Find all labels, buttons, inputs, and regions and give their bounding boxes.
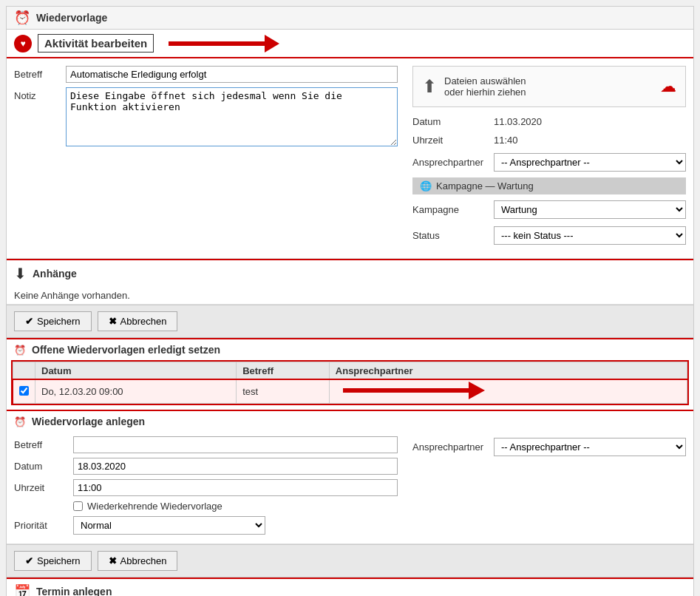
checkmark-icon-1: ✔ bbox=[25, 316, 33, 327]
anhaenge-header: ⬇ Anhänge bbox=[7, 260, 693, 287]
table-row: Do, 12.03.20 09:00 test bbox=[13, 380, 687, 404]
termin-header: 📅 Termin anlegen bbox=[7, 579, 693, 596]
btn-row-2: ✔ Speichern ✖ Abbrechen bbox=[7, 544, 693, 578]
ow-section: ⏰ Offene Wiedervorlagen erledigt setzen … bbox=[7, 338, 693, 405]
ow-col-checkbox bbox=[13, 362, 35, 380]
datum-label: Datum bbox=[412, 116, 494, 127]
betreff-label: Betreff bbox=[14, 66, 66, 80]
ow-table-wrapper: Datum Betreff Ansprechpartner Do, 12.03.… bbox=[11, 360, 689, 405]
cancel-button-2[interactable]: ✖ Abbrechen bbox=[98, 551, 178, 571]
uhrzeit-value: 11:40 bbox=[494, 135, 686, 146]
termin-section: 📅 Termin anlegen Termin mit Wiedervorlag… bbox=[7, 578, 693, 596]
anhaenge-section: ⬇ Anhänge Keine Anhänge vorhanden. bbox=[7, 259, 693, 305]
status-row: Status --- kein Status --- bbox=[412, 225, 686, 246]
notiz-input-wrap: Diese Eingabe öffnet sich jedesmal wenn … bbox=[66, 87, 398, 149]
uhrzeit-label: Uhrzeit bbox=[412, 135, 494, 146]
kampagne-select-wrap: Wartung bbox=[494, 200, 686, 219]
wa-datum-label: Datum bbox=[14, 461, 73, 472]
status-select[interactable]: --- kein Status --- bbox=[494, 226, 686, 245]
ansprechpartner-select[interactable]: -- Ansprechpartner -- bbox=[494, 153, 686, 172]
betreff-input[interactable] bbox=[66, 66, 398, 83]
cancel-label-1: Abbrechen bbox=[120, 316, 167, 327]
wa-datum-input[interactable] bbox=[73, 458, 398, 475]
ow-col-betreff: Betreff bbox=[237, 362, 330, 380]
upload-text1: Dateien auswählen bbox=[444, 75, 526, 87]
upload-cloud-icon: ☁ bbox=[660, 77, 676, 96]
termin-title: Termin anlegen bbox=[36, 586, 112, 596]
wa-uhrzeit-input[interactable] bbox=[73, 479, 398, 496]
row-ansprechpartner bbox=[329, 380, 687, 404]
wa-left: Betreff Datum Uhrzeit bbox=[14, 436, 398, 539]
ow-col-datum: Datum bbox=[35, 362, 237, 380]
kampagne-row: Kampagne Wartung bbox=[412, 199, 686, 220]
row-datum: Do, 12.03.20 09:00 bbox=[35, 380, 237, 404]
row-betreff: test bbox=[237, 380, 330, 404]
wa-right: Ansprechpartner -- Ansprechpartner -- bbox=[412, 436, 686, 539]
upload-icon: ⬆ bbox=[422, 76, 437, 97]
wa-datum-row: Datum bbox=[14, 458, 398, 475]
wa-form: Betreff Datum Uhrzeit bbox=[7, 432, 693, 544]
ow-title: Offene Wiedervorlagen erledigt setzen bbox=[32, 344, 220, 356]
top-header-title: Wiedervorlage bbox=[36, 12, 107, 24]
row-checkbox[interactable] bbox=[19, 386, 29, 396]
anhaenge-title: Anhänge bbox=[33, 268, 77, 280]
upload-text2: oder hierhin ziehen bbox=[444, 87, 526, 98]
status-label: Status bbox=[412, 230, 494, 241]
save-button-1[interactable]: ✔ Speichern bbox=[14, 311, 92, 331]
clock-icon-wa: ⏰ bbox=[14, 416, 26, 427]
uhrzeit-row: Uhrzeit 11:40 bbox=[412, 133, 686, 147]
datum-row: Datum 11.03.2020 bbox=[412, 115, 686, 129]
wa-section: ⏰ Wiedervorlage anlegen Betreff Datum bbox=[7, 410, 693, 544]
notiz-label: Notiz bbox=[14, 87, 66, 101]
wa-ansp-select-wrap: -- Ansprechpartner -- bbox=[494, 438, 686, 456]
clock-icon-ow: ⏰ bbox=[14, 345, 26, 356]
cancel-button-1[interactable]: ✖ Abbrechen bbox=[98, 311, 178, 331]
main-container: ⏰ Wiedervorlage ♥ Aktivität bearbeiten B… bbox=[6, 6, 694, 596]
wa-betreff-row: Betreff bbox=[14, 436, 398, 453]
notiz-row: Notiz Diese Eingabe öffnet sich jedesmal… bbox=[14, 87, 398, 149]
save-label-1: Speichern bbox=[37, 316, 81, 327]
red-arrow-row bbox=[343, 383, 491, 398]
row-checkbox-cell bbox=[13, 380, 35, 404]
wa-uhrzeit-label: Uhrzeit bbox=[14, 482, 73, 493]
wa-ansp-select[interactable]: -- Ansprechpartner -- bbox=[494, 438, 686, 456]
wa-uhrzeit-input-wrap bbox=[73, 479, 398, 496]
wa-prioritaet-label: Priorität bbox=[14, 520, 73, 531]
datum-value: 11.03.2020 bbox=[494, 116, 686, 127]
wiederkehrende-checkbox[interactable] bbox=[73, 501, 83, 511]
kampagne-header-icon: 🌐 bbox=[420, 180, 432, 192]
ow-table: Datum Betreff Ansprechpartner Do, 12.03.… bbox=[13, 362, 687, 404]
save-label-2: Speichern bbox=[37, 555, 81, 566]
heart-icon: ♥ bbox=[14, 35, 32, 53]
checkmark-icon-2: ✔ bbox=[25, 555, 33, 566]
notiz-textarea[interactable]: Diese Eingabe öffnet sich jedesmal wenn … bbox=[66, 87, 398, 146]
top-header: ⏰ Wiedervorlage bbox=[7, 7, 693, 30]
wa-title: Wiedervorlage anlegen bbox=[32, 416, 145, 427]
ow-header: ⏰ Offene Wiedervorlagen erledigt setzen bbox=[7, 339, 693, 360]
kampagne-header: 🌐 Kampagne — Wartung bbox=[412, 177, 686, 194]
upload-area[interactable]: ⬆ Dateien auswählen oder hierhin ziehen … bbox=[412, 66, 686, 107]
form-area: Betreff Notiz Diese Eingabe öffnet sich … bbox=[7, 58, 693, 259]
wa-prioritaet-select[interactable]: Normal Hoch Niedrig bbox=[73, 516, 265, 535]
kampagne-label: Kampagne bbox=[412, 204, 494, 215]
status-select-wrap: --- kein Status --- bbox=[494, 226, 686, 245]
ansprechpartner-select-wrap: -- Ansprechpartner -- bbox=[494, 153, 686, 172]
save-button-2[interactable]: ✔ Speichern bbox=[14, 551, 92, 571]
wa-betreff-input-wrap bbox=[73, 436, 398, 453]
ansprechpartner-row: Ansprechpartner -- Ansprechpartner -- bbox=[412, 152, 686, 173]
wiederkehrende-label: Wiederkehrende Wiedervorlage bbox=[87, 501, 222, 512]
wa-prioritaet-row: Priorität Normal Hoch Niedrig bbox=[14, 516, 398, 535]
wa-betreff-label: Betreff bbox=[14, 439, 73, 450]
x-icon-1: ✖ bbox=[109, 316, 117, 327]
wa-ansp-label: Ansprechpartner bbox=[412, 441, 494, 453]
form-right: ⬆ Dateien auswählen oder hierhin ziehen … bbox=[412, 66, 686, 251]
wa-betreff-input[interactable] bbox=[73, 436, 398, 453]
kampagne-header-text: Kampagne — Wartung bbox=[436, 180, 534, 192]
upload-text-block: Dateien auswählen oder hierhin ziehen bbox=[444, 75, 526, 98]
wa-prioritaet-select-wrap: Normal Hoch Niedrig bbox=[73, 516, 398, 535]
x-icon-2: ✖ bbox=[109, 555, 117, 566]
ansprechpartner-label: Ansprechpartner bbox=[412, 157, 494, 168]
betreff-input-wrap bbox=[66, 66, 398, 83]
red-arrow-akt bbox=[169, 36, 287, 51]
kampagne-select[interactable]: Wartung bbox=[494, 200, 686, 219]
